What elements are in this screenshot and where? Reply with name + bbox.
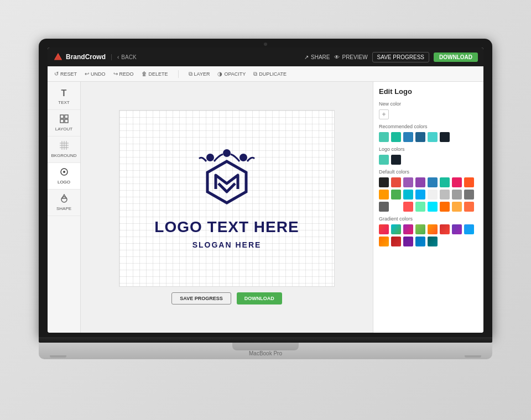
gradient-swatch[interactable] [440,224,450,234]
gradient-swatch[interactable] [415,224,425,234]
navbar-right: ↗ SHARE 👁 PREVIEW SAVE PROGRESS DOWNLOAD [304,52,478,62]
new-color-row: + [379,109,478,119]
color-swatch[interactable] [440,190,450,200]
color-swatch[interactable] [440,132,450,142]
add-color-button[interactable]: + [379,109,389,119]
recommended-colors-label: Recommended colors [379,124,478,129]
recommended-colors-row [379,132,478,142]
laptop-wrapper: BrandCrowd ‹ BACK ↗ SHARE 👁 PREVIEW [39,39,492,381]
default-colors-row [379,177,478,212]
gradient-swatch[interactable] [379,237,389,246]
gradient-swatch[interactable] [428,224,438,234]
color-swatch[interactable] [403,132,413,142]
color-swatch[interactable] [428,190,438,200]
default-colors-label: Default colors [379,169,478,175]
navbar: BrandCrowd ‹ BACK ↗ SHARE 👁 PREVIEW [48,48,483,66]
logo-icon-svg [188,148,266,214]
delete-tool[interactable]: 🗑 DELETE [142,71,168,77]
color-swatch[interactable] [415,202,425,212]
canvas-save-button[interactable]: SAVE PROGRESS [171,292,231,305]
color-swatch[interactable] [452,202,462,212]
color-swatch[interactable] [440,202,450,212]
back-button[interactable]: ‹ BACK [111,54,137,60]
color-swatch[interactable] [452,177,462,187]
color-swatch[interactable] [403,177,413,187]
layer-tool[interactable]: ⧉ LAYER [189,71,210,77]
color-swatch[interactable] [428,177,438,187]
gradient-swatch[interactable] [391,224,401,234]
reset-tool[interactable]: ↺ RESET [54,71,77,77]
brand-icon [53,52,63,62]
tool-shape[interactable]: SHAPE [48,190,80,216]
color-swatch[interactable] [379,202,389,212]
canvas-download-button[interactable]: DOWNLOAD [237,292,282,305]
laptop-bottom: MacBook Pro [39,337,492,359]
color-swatch[interactable] [403,202,413,212]
gradient-colors-row [379,224,478,246]
right-panel: Edit Logo New color + Recommended colors… [373,82,483,333]
color-swatch[interactable] [379,190,389,200]
color-swatch[interactable] [379,155,389,165]
canvas-logo-content: LOGO TEXT HERE SLOGAN HERE [119,111,334,286]
gradient-swatch[interactable] [379,224,389,234]
svg-rect-5 [65,119,68,123]
laptop-bezel: BrandCrowd ‹ BACK ↗ SHARE 👁 PREVIEW [39,39,492,337]
gradient-swatch[interactable] [391,237,401,246]
brand-name: BrandCrowd [66,53,106,61]
color-swatch[interactable] [391,155,401,165]
gradient-swatch[interactable] [403,237,413,246]
color-swatch[interactable] [428,202,438,212]
laptop-notch [232,343,299,350]
screen-content: BrandCrowd ‹ BACK ↗ SHARE 👁 PREVIEW [48,48,483,333]
gradient-swatch[interactable] [464,224,474,234]
tool-logo[interactable]: LOGO [48,163,80,190]
svg-point-17 [223,149,231,157]
download-button-nav[interactable]: DOWNLOAD [434,53,478,62]
gradient-swatch[interactable] [415,237,425,246]
color-swatch[interactable] [379,177,389,187]
tool-text[interactable]: T TEXT [48,84,80,110]
color-swatch[interactable] [464,202,474,212]
color-swatch[interactable] [464,190,474,200]
save-progress-button[interactable]: SAVE PROGRESS [372,52,429,62]
canvas-buttons: SAVE PROGRESS DOWNLOAD [171,292,282,305]
color-swatch[interactable] [391,202,401,212]
laptop-base: MacBook Pro [39,343,492,359]
svg-point-16 [206,154,214,161]
preview-button[interactable]: 👁 PREVIEW [334,54,367,60]
redo-tool[interactable]: ↪ REDO [113,71,134,77]
logo-text: LOGO TEXT HERE [154,218,299,236]
panel-title: Edit Logo [379,87,478,96]
color-swatch[interactable] [391,177,401,187]
tool-layout[interactable]: LAYOUT [48,110,80,136]
color-swatch[interactable] [391,132,401,142]
duplicate-tool[interactable]: ⧉ DUPLICATE [253,71,287,77]
foot-right [465,355,481,358]
logo-colors-row [379,155,478,165]
share-button[interactable]: ↗ SHARE [304,54,330,60]
toolbar: ↺ RESET ↩ UNDO ↪ REDO 🗑 DELETE ⧉ [48,66,483,82]
canvas-area: LOGO TEXT HERE SLOGAN HERE SAVE PROGRESS… [81,82,373,333]
color-swatch[interactable] [428,132,438,142]
svg-point-13 [63,171,65,173]
color-swatch[interactable] [379,132,389,142]
tool-background[interactable]: BKGROUND [48,136,80,163]
undo-tool[interactable]: ↩ UNDO [85,71,106,77]
color-swatch[interactable] [391,190,401,200]
color-swatch[interactable] [403,190,413,200]
svg-point-18 [240,154,247,161]
color-swatch[interactable] [415,190,425,200]
gradient-swatch[interactable] [452,224,462,234]
color-swatch[interactable] [440,177,450,187]
color-swatch[interactable] [415,132,425,142]
color-swatch[interactable] [452,190,462,200]
opacity-tool[interactable]: ◑ OPACITY [217,71,246,77]
gradient-swatch[interactable] [428,237,438,246]
color-swatch[interactable] [464,177,474,187]
camera-dot [264,43,267,46]
logo-colors-label: Logo colors [379,146,478,152]
navbar-left: BrandCrowd ‹ BACK [53,52,137,62]
canvas-container[interactable]: LOGO TEXT HERE SLOGAN HERE [119,110,335,287]
gradient-swatch[interactable] [403,224,413,234]
color-swatch[interactable] [415,177,425,187]
